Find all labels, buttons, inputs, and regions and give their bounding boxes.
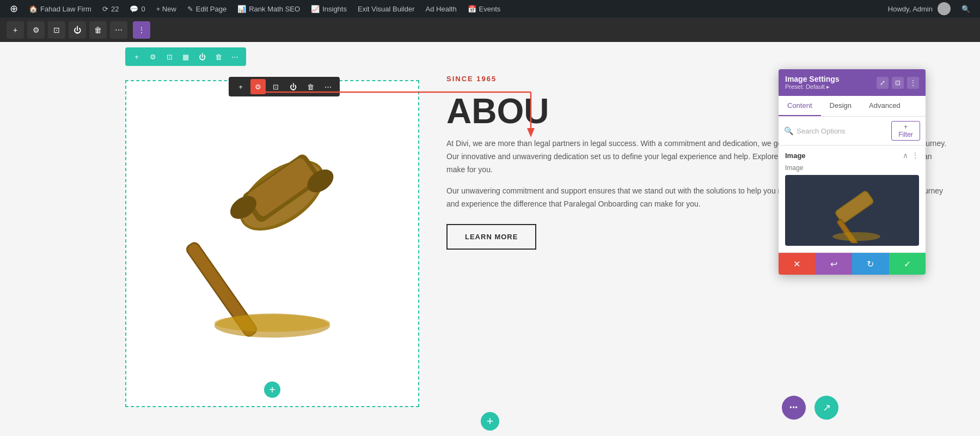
rank-math-seo[interactable]: 📊 Rank Math SEO — [232, 0, 305, 17]
section-columns-button[interactable]: ▦ — [179, 50, 193, 64]
site-name-icon: 🏠 — [29, 5, 38, 13]
divi-delete-button[interactable]: 🗑 — [89, 21, 107, 39]
search-icon: 🔍 — [961, 5, 970, 13]
section-more-icon[interactable]: ⋮ — [911, 151, 919, 160]
comments-icon: 💬 — [130, 5, 138, 13]
tab-design[interactable]: Design — [821, 96, 860, 116]
search-button[interactable]: 🔍 — [956, 0, 976, 17]
edit-icon: ✎ — [187, 5, 193, 13]
tab-content[interactable]: Content — [779, 96, 821, 116]
panel-more-button[interactable]: ⋮ — [907, 77, 919, 89]
filter-button[interactable]: + Filter — [891, 121, 920, 141]
panel-undo-button[interactable]: ↩ — [816, 253, 853, 275]
gavel-image — [169, 118, 376, 369]
howdy-admin[interactable]: Howdy, Admin — [883, 0, 956, 17]
panel-footer: ✕ ↩ ↻ ✓ — [779, 252, 926, 275]
image-field-label: Image — [779, 164, 926, 175]
add-module-button[interactable]: + — [264, 382, 280, 398]
fab-chart-button[interactable]: ↗ — [814, 396, 838, 420]
insights-button[interactable]: 📈 Insights — [305, 0, 352, 17]
panel-header-icons: ⤢ ⊡ ⋮ — [877, 77, 919, 89]
image-column: + — [125, 80, 419, 407]
avatar — [938, 2, 951, 15]
gavel-image-container — [126, 81, 418, 406]
panel-title-group: Image Settings Preset: Default ▸ — [785, 75, 840, 90]
learn-more-button[interactable]: Learn More — [446, 224, 536, 250]
image-settings-panel: Image Settings Preset: Default ▸ ⤢ ⊡ ⋮ C… — [779, 69, 926, 275]
image-preview[interactable] — [785, 175, 919, 246]
comments-count[interactable]: 💬 0 — [124, 0, 150, 17]
section-settings-button[interactable]: ⚙ — [146, 50, 160, 64]
section-delete-button[interactable]: 🗑 — [211, 50, 225, 64]
ad-health[interactable]: Ad Health — [420, 0, 462, 17]
fab-dots-button[interactable]: ••• — [782, 396, 806, 420]
panel-cancel-button[interactable]: ✕ — [779, 253, 816, 275]
site-name[interactable]: 🏠 Fahad Law Firm — [23, 0, 97, 17]
admin-bar: ⊕ 🏠 Fahad Law Firm ⟳ 22 💬 0 + New ✎ Edit… — [0, 0, 980, 17]
divi-add-button[interactable]: + — [7, 21, 24, 39]
section-power-button[interactable]: ⏻ — [195, 50, 209, 64]
new-button[interactable]: + New — [151, 0, 182, 17]
image-duplicate-button[interactable]: ⊡ — [268, 79, 283, 94]
exit-visual-builder[interactable]: Exit Visual Builder — [352, 0, 420, 17]
image-add-button[interactable]: + — [233, 79, 248, 94]
fab-add-bottom-button[interactable]: + — [481, 412, 499, 431]
image-delete-button[interactable]: 🗑 — [303, 79, 318, 94]
svg-point-15 — [832, 232, 880, 241]
divi-more-button[interactable]: ⋯ — [110, 21, 127, 39]
panel-confirm-button[interactable]: ✓ — [889, 253, 926, 275]
admin-bar-right: Howdy, Admin 🔍 — [883, 0, 976, 17]
image-settings-button[interactable]: ⚙ — [250, 79, 266, 94]
rank-math-icon: 📊 — [237, 5, 246, 13]
section-more-button[interactable]: ⋯ — [228, 50, 242, 64]
updates-count[interactable]: ⟳ 22 — [97, 0, 124, 17]
panel-expand-button[interactable]: ⊡ — [892, 77, 904, 89]
chart-icon: ↗ — [823, 402, 831, 414]
updates-icon: ⟳ — [102, 5, 108, 13]
section-layout-button[interactable]: ⊡ — [162, 50, 176, 64]
panel-search-icon: 🔍 — [784, 126, 793, 135]
main-canvas: + ⚙ ⊡ ▦ ⏻ 🗑 ⋯ + ⚙ ⊡ ⏻ 🗑 ⋯ — [0, 42, 980, 436]
add-bottom-icon: + — [487, 414, 494, 428]
divi-power-button[interactable]: ⏻ — [69, 21, 86, 39]
panel-redo-button[interactable]: ↻ — [852, 253, 889, 275]
panel-title: Image Settings — [785, 75, 840, 83]
image-section-title: Image — [785, 152, 806, 160]
section-add-button[interactable]: + — [130, 50, 144, 64]
search-options-input[interactable] — [797, 127, 888, 135]
insights-icon: 📈 — [311, 5, 320, 13]
dots-icon: ••• — [789, 404, 798, 411]
panel-search: 🔍 + Filter — [779, 117, 926, 146]
image-module-toolbar: + ⚙ ⊡ ⏻ 🗑 ⋯ — [229, 77, 340, 96]
image-section-header: Image ∧ ⋮ — [779, 146, 926, 164]
panel-fullscreen-button[interactable]: ⤢ — [877, 77, 889, 89]
divi-purple-button[interactable]: ⋮ — [133, 21, 150, 39]
svg-point-9 — [215, 314, 330, 332]
divi-layout-button[interactable]: ⊡ — [48, 21, 65, 39]
wp-icon: ⊕ — [10, 3, 18, 15]
page-content: + ⚙ ⊡ ▦ ⏻ 🗑 ⋯ + ⚙ ⊡ ⏻ 🗑 ⋯ — [0, 42, 980, 436]
collapse-icon[interactable]: ∧ — [903, 151, 908, 160]
image-power-button[interactable]: ⏻ — [285, 79, 301, 94]
section-toolbar: + ⚙ ⊡ ▦ ⏻ 🗑 ⋯ — [125, 47, 246, 66]
panel-preset: Preset: Default ▸ — [785, 83, 840, 90]
image-more-button[interactable]: ⋯ — [320, 79, 335, 94]
panel-image-preview-svg — [803, 178, 901, 243]
panel-tabs: Content Design Advanced — [779, 96, 926, 117]
events[interactable]: 📅 Events — [462, 0, 506, 17]
events-icon: 📅 — [468, 5, 476, 13]
edit-page-button[interactable]: ✎ Edit Page — [182, 0, 232, 17]
divi-builder-bar: + ⚙ ⊡ ⏻ 🗑 ⋯ ⋮ — [0, 17, 980, 42]
divi-settings-button[interactable]: ⚙ — [27, 21, 45, 39]
panel-section-icons: ∧ ⋮ — [903, 151, 919, 160]
wp-logo[interactable]: ⊕ — [4, 0, 23, 17]
tab-advanced[interactable]: Advanced — [860, 96, 909, 116]
panel-header: Image Settings Preset: Default ▸ ⤢ ⊡ ⋮ — [779, 69, 926, 96]
